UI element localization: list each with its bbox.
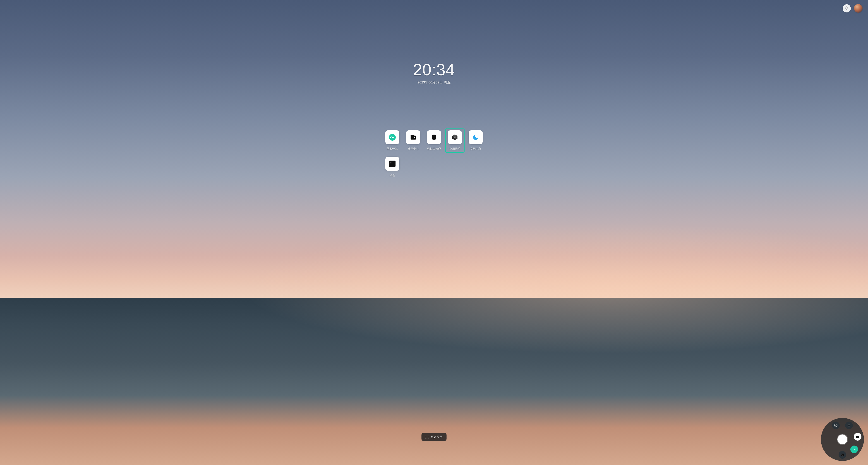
database-icon (427, 130, 441, 144)
radial-dock: >_ (821, 418, 864, 461)
clock-time: 20:34 (413, 60, 455, 79)
app-label: 应用管理 (450, 147, 460, 151)
wallet-icon (406, 130, 420, 144)
desktop: 20:34 2023年06月02日 周五 函数计算费用中心数据库管理应用管理文档… (0, 0, 868, 465)
topbar-right (843, 4, 863, 13)
svg-point-7 (836, 425, 836, 426)
radial-dock-center-button[interactable] (837, 434, 847, 444)
app-label: 费用中心 (408, 147, 418, 151)
svg-point-6 (454, 137, 456, 138)
notifications-button[interactable] (843, 4, 851, 12)
radial-item-wave[interactable] (850, 445, 858, 453)
app-item-faas[interactable]: 函数计算 (385, 130, 399, 151)
svg-point-10 (858, 437, 859, 437)
app-item-docs[interactable]: 文档中心 (469, 130, 483, 151)
grid-icon (426, 436, 429, 438)
svg-point-8 (848, 424, 850, 425)
wave-icon (385, 130, 399, 144)
app-label: 函数计算 (387, 147, 398, 151)
app-item-db[interactable]: 数据库管理 (427, 130, 441, 151)
app-item-appmgr[interactable]: 应用管理 (448, 130, 462, 151)
avatar[interactable] (854, 4, 863, 13)
app-label: 文档中心 (470, 147, 481, 151)
more-apps-label: 更多应用 (431, 435, 443, 439)
app-item-billing[interactable]: 费用中心 (406, 130, 420, 151)
hexagon-icon (448, 130, 462, 144)
more-apps-button[interactable]: 更多应用 (422, 433, 447, 441)
radial-item-wallet[interactable] (854, 433, 862, 440)
app-grid: 函数计算费用中心数据库管理应用管理文档中心终端 (385, 130, 483, 177)
clock-date: 2023年06月02日 周五 (413, 80, 455, 85)
radial-item-terminal[interactable]: >_ (839, 451, 846, 459)
bell-icon (845, 6, 849, 10)
svg-rect-2 (411, 135, 414, 136)
swirl-icon (469, 130, 483, 144)
app-label: 数据库管理 (427, 147, 441, 151)
app-item-terminal[interactable]: 终端 (385, 157, 399, 177)
terminal-icon (385, 157, 399, 171)
app-label: 终端 (390, 173, 395, 177)
svg-point-3 (414, 137, 415, 138)
clock-widget: 20:34 2023年06月02日 周五 (413, 60, 455, 85)
radial-item-database[interactable] (845, 422, 853, 429)
svg-text:>_: >_ (841, 454, 843, 456)
